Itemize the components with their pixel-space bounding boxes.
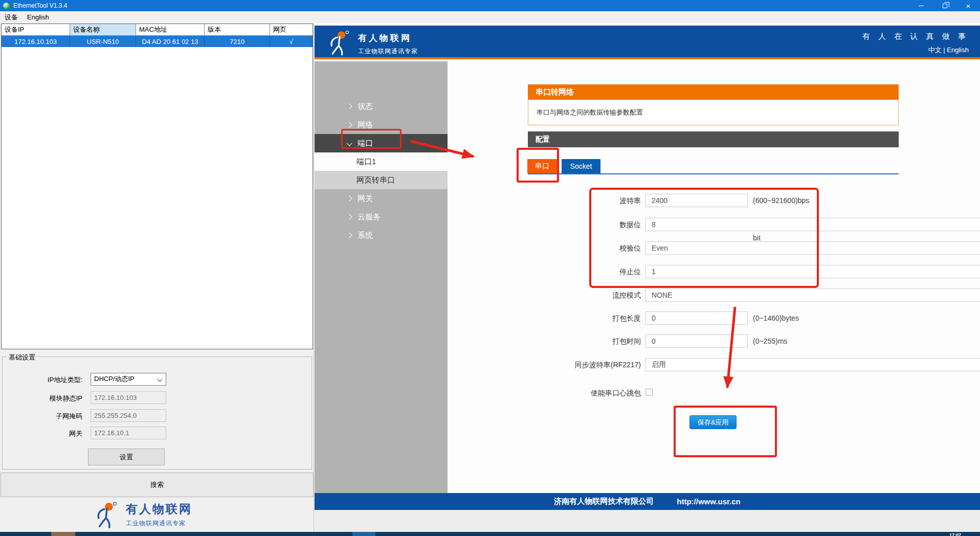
app-icon xyxy=(3,3,10,9)
footer-company: 济南有人物联网技术有限公司 xyxy=(554,497,654,506)
cell-device-ip: 172.16.10.103 xyxy=(2,36,70,47)
packlen-label: 打包长度 xyxy=(523,311,641,325)
baudrate-input[interactable] xyxy=(645,194,748,207)
tab-socket[interactable]: Socket xyxy=(562,159,600,173)
close-button[interactable]: × xyxy=(956,0,980,11)
usr-logo-name: 有人物联网 xyxy=(126,501,192,517)
taskbar-clock: 17:07 xyxy=(949,532,961,536)
set-button[interactable]: 设置 xyxy=(88,449,165,465)
ip-type-label: IP地址类型: xyxy=(21,375,82,385)
window-titlebar: EthernetTool V1.3.4 × xyxy=(0,0,980,11)
heartbeat-checkbox[interactable] xyxy=(645,389,653,396)
cell-webpage: √ xyxy=(270,36,313,47)
device-table: 设备IP 设备名称 MAC地址 版本 网页 172.16.10.103 USR-… xyxy=(1,24,313,349)
packlen-input[interactable] xyxy=(645,311,748,325)
device-panel: 设备IP 设备名称 MAC地址 版本 网页 172.16.10.103 USR-… xyxy=(0,23,314,532)
web-motto: 有 人 在 认 真 做 事 xyxy=(862,32,969,41)
menu-english[interactable]: English xyxy=(23,11,54,23)
sidebar-item-cloud[interactable]: 云服务 xyxy=(315,208,448,226)
chevron-right-icon xyxy=(346,195,352,201)
section-config: 配置 xyxy=(528,131,899,147)
flowctrl-label: 流控模式 xyxy=(523,288,641,302)
col-device-name[interactable]: 设备名称 xyxy=(70,24,136,35)
gateway-field[interactable] xyxy=(91,427,166,439)
taskbar-item[interactable] xyxy=(352,532,375,536)
restore-button[interactable] xyxy=(933,0,956,11)
databits-label: 数据位 xyxy=(523,218,641,231)
basic-settings-title: 基础设置 xyxy=(7,353,37,362)
page-title: 串口转网络 xyxy=(528,84,899,100)
baudrate-hint: (600~921600)bps xyxy=(753,194,809,207)
packtime-label: 打包时间 xyxy=(523,334,641,348)
tab-underline xyxy=(528,173,899,174)
menu-device[interactable]: 设备 xyxy=(0,11,23,23)
save-apply-button[interactable]: 保存&应用 xyxy=(689,415,737,429)
web-sidebar: 状态 网络 端口 端口1 网页转串口 网关 云服务 系统 xyxy=(315,61,448,493)
chevron-right-icon xyxy=(346,232,352,238)
search-button[interactable]: 搜索 xyxy=(1,473,314,497)
sidebar-item-web2serial[interactable]: 网页转串口 xyxy=(315,171,448,189)
language-switch[interactable]: 中文 | English xyxy=(862,46,969,55)
cell-version: 7210 xyxy=(205,36,270,47)
restore-icon xyxy=(943,4,947,8)
table-row[interactable]: 172.16.10.103 USR-N510 D4 AD 20 61 02 13… xyxy=(2,36,313,47)
packlen-hint: (0~1460)bytes xyxy=(753,311,799,325)
close-icon: × xyxy=(966,2,971,10)
parity-select[interactable]: Even ▼ xyxy=(645,241,980,255)
sidebar-item-gateway[interactable]: 网关 xyxy=(315,189,448,208)
web-brand-name: 有人物联网 xyxy=(358,32,418,44)
chevron-right-icon xyxy=(346,214,352,219)
page-description: 串口与网络之间的数据传输参数配置 xyxy=(528,100,899,125)
usr-header-figure-icon xyxy=(328,30,351,57)
chevron-down-icon xyxy=(346,140,352,146)
menubar: 设备 English xyxy=(0,11,980,23)
sidebar-item-port[interactable]: 端口 xyxy=(315,134,448,152)
tab-serial[interactable]: 串口 xyxy=(527,159,557,173)
sidebar-item-status[interactable]: 状态 xyxy=(315,97,448,116)
chevron-right-icon xyxy=(346,103,352,109)
col-device-ip[interactable]: 设备IP xyxy=(2,24,70,35)
packtime-hint: (0~255)ms xyxy=(753,334,787,348)
minimize-icon xyxy=(919,6,924,6)
ip-type-select[interactable]: DHCP/动态IP xyxy=(91,373,166,386)
cell-mac: D4 AD 20 61 02 13 xyxy=(136,36,205,47)
baudrate-label: 波特率 xyxy=(523,194,641,207)
gateway-label: 网关 xyxy=(21,429,82,438)
col-version[interactable]: 版本 xyxy=(205,24,270,35)
databits-select[interactable]: 8 ▼ xyxy=(645,218,980,231)
web-page: 有人物联网 工业物联网通讯专家 有 人 在 认 真 做 事 中文 | Engli… xyxy=(315,23,980,532)
netmask-field[interactable] xyxy=(91,409,166,422)
usr-logo-figure-icon xyxy=(95,501,119,530)
usr-logo: 有人物联网 工业物联网通讯专家 xyxy=(95,501,192,530)
chevron-down-icon xyxy=(158,376,163,382)
netmask-label: 子网掩码 xyxy=(21,412,82,421)
parity-label: 校验位 xyxy=(523,241,641,255)
web-brand-slogan: 工业物联网通讯专家 xyxy=(358,47,418,56)
window-title: EthernetTool V1.3.4 xyxy=(13,2,67,9)
minimize-button[interactable] xyxy=(909,0,933,11)
cell-device-name: USR-N510 xyxy=(70,36,136,47)
rf2217-select[interactable]: 启用 ▼ xyxy=(645,358,980,371)
taskbar-strip: 17:07 xyxy=(0,532,980,536)
stopbits-select[interactable]: 1 ▼ xyxy=(645,265,980,278)
web-header: 有人物联网 工业物联网通讯专家 有 人 在 认 真 做 事 中文 | Engli… xyxy=(315,26,980,59)
flowctrl-select[interactable]: NONE ▼ xyxy=(645,288,980,302)
sidebar-item-system[interactable]: 系统 xyxy=(315,226,448,244)
static-ip-field[interactable] xyxy=(91,391,166,404)
heartbeat-label: 使能串口心跳包 xyxy=(523,386,641,399)
web-footer: 济南有人物联网技术有限公司 http://www.usr.cn xyxy=(315,493,980,510)
packtime-input[interactable] xyxy=(645,334,748,348)
stopbits-label: 停止位 xyxy=(523,265,641,278)
col-webpage[interactable]: 网页 xyxy=(270,24,313,35)
footer-spacer xyxy=(315,510,980,532)
sidebar-item-port1[interactable]: 端口1 xyxy=(315,152,448,171)
footer-url[interactable]: http://www.usr.cn xyxy=(677,497,740,506)
device-table-header: 设备IP 设备名称 MAC地址 版本 网页 xyxy=(2,24,313,36)
col-mac[interactable]: MAC地址 xyxy=(136,24,205,35)
rf2217-label: 同步波特率(RF2217) xyxy=(523,358,641,371)
sidebar-item-network[interactable]: 网络 xyxy=(315,116,448,134)
web-content: 串口转网络 串口与网络之间的数据传输参数配置 配置 串口 Socket 波特率 … xyxy=(448,61,980,493)
taskbar-item[interactable] xyxy=(51,532,75,536)
static-ip-label: 模块静态IP xyxy=(21,394,82,403)
usr-logo-slogan: 工业物联网通讯专家 xyxy=(126,519,192,528)
